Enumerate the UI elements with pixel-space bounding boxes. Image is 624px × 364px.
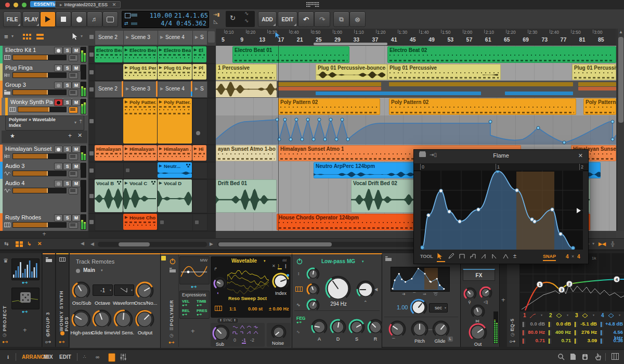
tempo-value[interactable]: 110.00 (140, 12, 172, 19)
eq-band-4[interactable]: 4▾+4.8 dB4.56 kHz0.36 (599, 311, 624, 347)
launcher-clip[interactable]: ▶Himalayan ... (123, 145, 157, 161)
chain-icon[interactable]: ●➔ (2, 340, 8, 344)
eq-band-3[interactable]: 3▾-5.1 dB276 Hz3.09 (573, 311, 598, 347)
track-menu-caret-icon[interactable]: ▾ (11, 34, 14, 38)
feg-knob-S[interactable] (348, 319, 365, 335)
arranger-clip[interactable]: Electro Beat 01 (232, 46, 349, 63)
feg-knob-D[interactable] (330, 319, 346, 335)
launcher-view-icon[interactable] (23, 34, 31, 40)
filter-mod2-knob[interactable] (306, 283, 320, 296)
wt-mod-knob[interactable] (213, 277, 227, 290)
filter-type-caret-icon[interactable]: ▾ (362, 259, 364, 264)
remote-knob-Osc/Sub[interactable] (72, 281, 90, 300)
mute-button[interactable]: M (72, 214, 81, 222)
sub-waveform-icons[interactable] (232, 324, 262, 336)
track-row-rusty[interactable]: Rusty RhodesSM (0, 213, 87, 231)
empty-clip-slot[interactable] (158, 214, 193, 231)
loop-region-bar[interactable] (314, 43, 387, 45)
volume-slider[interactable] (12, 153, 67, 159)
mixer-meter-icon[interactable] (16, 241, 23, 247)
remote-select-Waveform[interactable]: ▾ (114, 284, 134, 296)
position-bars-value[interactable]: 21.4.1.65 (174, 12, 206, 19)
add-modulator-button[interactable]: + (191, 327, 195, 335)
flame-ruler[interactable]: 012 (414, 163, 588, 171)
fx-send2-knob[interactable] (479, 286, 492, 300)
cutoff-value[interactable]: 294 Hz (328, 301, 349, 307)
empty-clip-slot[interactable] (95, 214, 124, 231)
osc-ratio-value[interactable]: 1:1 (229, 306, 236, 311)
eq-band-caret-icon[interactable]: ▾ (593, 313, 594, 317)
eq-band-type-icon[interactable] (555, 313, 563, 318)
arranger-clip[interactable]: Plug 01 Percussive (572, 64, 616, 80)
chain-icon[interactable]: o➔ (510, 339, 515, 344)
group-scene-cell[interactable]: Scene 2 (95, 81, 124, 98)
pitch-knob[interactable] (411, 320, 428, 338)
scene-options-button[interactable] (208, 31, 215, 43)
mod-out-icon[interactable]: ●➔ (22, 280, 28, 285)
mute-button[interactable]: M (72, 163, 81, 170)
resonance-knob[interactable] (356, 280, 375, 299)
scroll-up-icon[interactable]: ▲ (619, 30, 623, 34)
project-strip[interactable]: PROJECT♛●➔●➔+◷●➔ (0, 253, 42, 347)
dice-thumbnail[interactable] (11, 288, 40, 309)
view-tab-edit[interactable]: EDIT (59, 354, 71, 360)
eq-band-1[interactable]: 1▾0.0 dB80.0 Hz0.71 (521, 311, 546, 347)
touch-mode-icon[interactable] (595, 353, 602, 361)
tempo-bar-icon[interactable] (131, 22, 137, 25)
track-menu-icon[interactable]: ≡ (4, 33, 8, 41)
snap-grid-y[interactable]: 4 (577, 254, 580, 259)
arranger-hscroll-thumb[interactable] (218, 242, 332, 246)
project-tab[interactable]: ▸Integrated2023_ESS ✕ (55, 1, 121, 8)
midi-icon[interactable]: ▤ (170, 326, 174, 331)
solo-button[interactable]: S (63, 163, 72, 170)
alt-takes-icon[interactable] (117, 181, 121, 185)
arranger-clip[interactable]: Electro Beat 02 (387, 46, 616, 63)
clip-play-icon[interactable]: ▶ (125, 181, 127, 185)
arranger-clip[interactable]: Poly Pattern 02 (278, 98, 380, 115)
filter-type-select[interactable]: Low-pass MG (321, 258, 355, 264)
copy-button[interactable]: ⧉ (333, 11, 349, 27)
position-time-value[interactable]: 0:45.362 (174, 20, 206, 27)
sub-knob[interactable] (212, 324, 230, 342)
onscreen-keyboard-icon[interactable] (612, 353, 619, 361)
track-options-button[interactable] (69, 153, 78, 160)
eq-q-value[interactable]: 3.09 (577, 337, 597, 343)
launcher-clip[interactable]: ▶Himalayan ... (158, 145, 192, 161)
volume-slider[interactable] (12, 55, 67, 60)
launcher-clip[interactable]: ▶Pl (192, 64, 206, 80)
remote-knob-High-pass[interactable] (71, 309, 91, 329)
record-arm-button[interactable] (54, 180, 63, 187)
eq-freq-value[interactable]: 80.0 Hz (525, 329, 545, 335)
device-selector-caret-icon[interactable]: ▾ (74, 120, 76, 125)
volume-slider[interactable] (12, 72, 67, 78)
feg-env-icon[interactable]: ∿ (296, 330, 300, 334)
overdub-button[interactable]: ♬ (87, 11, 102, 27)
flame-tool-pencil-icon[interactable] (448, 253, 456, 261)
punch-in-icon[interactable]: ⇥▮ (213, 12, 220, 17)
track-row-audio4[interactable]: Audio 4SM (0, 179, 87, 214)
zoom-to-selection-icon[interactable]: ▶◀ (599, 241, 606, 246)
track-options-button[interactable] (69, 222, 78, 229)
feg-knob-A[interactable] (311, 319, 328, 335)
clip-play-icon[interactable]: ▶ (125, 66, 127, 70)
folder-icon[interactable] (170, 268, 176, 272)
track-options-button[interactable] (69, 107, 78, 113)
timeline-icon[interactable]: ◷ (46, 332, 50, 337)
solo-button[interactable]: S (63, 47, 72, 54)
eq-freq-value[interactable]: 276 Hz (577, 329, 597, 335)
segments-rate-knob[interactable] (410, 298, 427, 316)
close-icon[interactable]: ✕ (578, 152, 583, 159)
redo-button[interactable]: ↷ (314, 11, 330, 27)
io-routing-icon[interactable]: ⇆ (4, 241, 8, 246)
timeline-icon[interactable]: ◷ (511, 332, 515, 337)
eq-band-2[interactable]: 2▾0.0 dB400 Hz0.71 (547, 311, 572, 347)
flame-tool-plusminus-icon[interactable]: ± (513, 253, 522, 261)
alt-takes-icon[interactable] (186, 164, 190, 167)
eq-band-caret-icon[interactable]: ▾ (619, 313, 620, 317)
launcher-clip[interactable]: ▶Vocal D (158, 179, 192, 212)
track-row-electro[interactable]: Electro Kit 1SM (0, 46, 87, 64)
scroll-right-icon[interactable]: ▶ (210, 241, 213, 246)
file-panel-icon[interactable] (570, 353, 576, 361)
follow-playback-icon[interactable]: ↳ (27, 241, 31, 246)
expression-arrow-icon[interactable]: ●➔ (197, 313, 202, 317)
